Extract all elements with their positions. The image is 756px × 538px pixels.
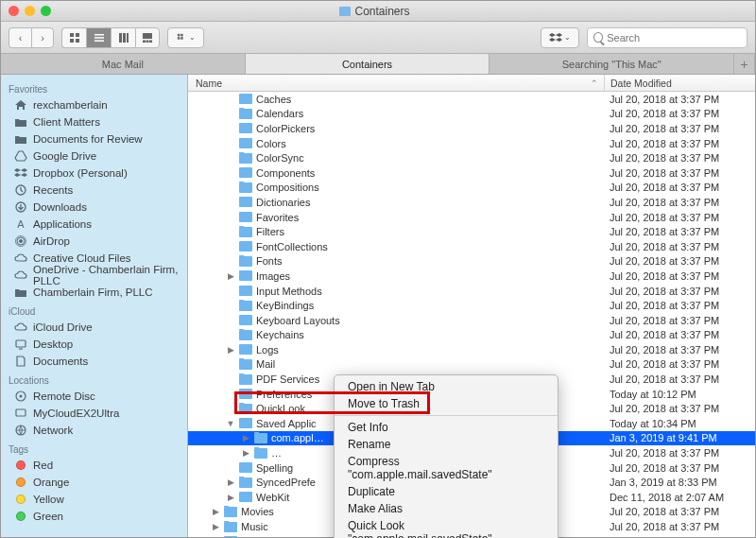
- file-row[interactable]: KeychainsJul 20, 2018 at 3:37 PM: [188, 328, 755, 343]
- file-row[interactable]: Keyboard LayoutsJul 20, 2018 at 3:37 PM: [188, 313, 755, 328]
- desktop-icon: [14, 338, 27, 350]
- file-row[interactable]: MailJul 20, 2018 at 3:37 PM: [188, 357, 755, 373]
- sidebar[interactable]: FavoritesrexchamberlainClient MattersDoc…: [1, 75, 188, 537]
- file-row[interactable]: Input MethodsJul 20, 2018 at 3:37 PM: [188, 284, 755, 299]
- sidebar-item[interactable]: Documents: [1, 353, 187, 370]
- sidebar-item-label: Desktop: [33, 338, 73, 350]
- minimize-window-button[interactable]: [25, 6, 35, 16]
- file-row[interactable]: ColorsJul 20, 2018 at 3:37 PM: [188, 136, 755, 151]
- file-row[interactable]: ▶LogsJul 20, 2018 at 3:37 PM: [188, 342, 755, 357]
- sidebar-item[interactable]: MyCloudEX2Ultra: [1, 405, 187, 422]
- disclosure-triangle[interactable]: ▶: [211, 507, 220, 516]
- sidebar-item[interactable]: Yellow: [1, 491, 187, 508]
- tab-searching[interactable]: Searching "This Mac": [490, 54, 734, 74]
- sidebar-item[interactable]: Orange: [1, 474, 187, 491]
- search-icon: [593, 32, 603, 43]
- file-row[interactable]: KeyBindingsJul 20, 2018 at 3:37 PM: [188, 298, 755, 313]
- folder-icon: [239, 286, 252, 296]
- file-date: Jul 20, 2018 at 3:37 PM: [604, 344, 755, 356]
- file-row[interactable]: FontCollectionsJul 20, 2018 at 3:37 PM: [188, 239, 755, 254]
- file-row[interactable]: ▶ImagesJul 20, 2018 at 3:37 PM: [188, 269, 755, 284]
- sidebar-item[interactable]: Green: [1, 508, 187, 525]
- folder-icon: [239, 212, 252, 222]
- folder-icon: [254, 433, 267, 443]
- sidebar-item[interactable]: AApplications: [1, 216, 187, 233]
- context-menu-item[interactable]: Move to Trash: [335, 395, 558, 412]
- search-input[interactable]: [607, 32, 741, 43]
- disclosure-triangle[interactable]: ▶: [226, 345, 235, 355]
- dropbox-button[interactable]: ⌄: [541, 27, 579, 48]
- file-row[interactable]: ComponentsJul 20, 2018 at 3:37 PM: [188, 165, 755, 181]
- disclosure-triangle[interactable]: ▶: [226, 477, 235, 487]
- menu-item-label: Rename: [348, 438, 390, 451]
- disclosure-triangle[interactable]: ▶: [241, 448, 250, 458]
- file-row[interactable]: CalendarsJul 20, 2018 at 3:37 PM: [188, 107, 755, 122]
- close-window-button[interactable]: [9, 6, 19, 16]
- file-name: Keyboard Layouts: [256, 315, 340, 326]
- disclosure-triangle[interactable]: ▼: [226, 419, 235, 428]
- back-button[interactable]: ‹: [9, 27, 31, 48]
- disclosure-triangle[interactable]: ▶: [211, 522, 220, 531]
- new-tab-button[interactable]: +: [734, 54, 755, 74]
- sidebar-item[interactable]: Recents: [1, 182, 187, 199]
- sidebar-item[interactable]: Remote Disc: [1, 388, 187, 405]
- context-menu-item[interactable]: Open in New Tab: [335, 378, 558, 395]
- file-date: Jul 20, 2018 at 3:37 PM: [604, 212, 755, 223]
- disclosure-triangle[interactable]: ▶: [241, 433, 250, 443]
- svg-rect-16: [178, 37, 180, 40]
- list-view-button[interactable]: [86, 27, 111, 48]
- folder-icon: [224, 536, 237, 537]
- context-menu-item[interactable]: Make Alias: [335, 500, 558, 517]
- column-view-button[interactable]: [111, 27, 135, 48]
- context-menu[interactable]: Open in New TabMove to TrashGet InfoRena…: [334, 374, 558, 538]
- folder-icon: [239, 330, 252, 340]
- sidebar-item[interactable]: Client Matters: [1, 113, 187, 130]
- tab-containers[interactable]: Containers: [246, 54, 490, 74]
- sidebar-item[interactable]: Desktop: [1, 336, 187, 353]
- svg-rect-17: [180, 37, 183, 40]
- gallery-view-button[interactable]: [135, 27, 160, 48]
- date-column-header[interactable]: Date Modified: [604, 75, 755, 91]
- svg-text:A: A: [17, 218, 25, 230]
- context-menu-item[interactable]: Quick Look "com.apple.mail.savedState": [335, 517, 558, 538]
- folder-icon: [239, 492, 252, 502]
- search-field[interactable]: [587, 27, 747, 48]
- menu-item-label: Open in New Tab: [348, 380, 435, 393]
- disc-icon: [14, 390, 27, 402]
- sidebar-item[interactable]: Red: [1, 457, 187, 474]
- file-row[interactable]: CompositionsJul 20, 2018 at 3:37 PM: [188, 181, 755, 196]
- file-row[interactable]: FontsJul 20, 2018 at 3:37 PM: [188, 254, 755, 269]
- sidebar-item[interactable]: AirDrop: [1, 233, 187, 250]
- file-row[interactable]: DictionariesJul 20, 2018 at 3:37 PM: [188, 195, 755, 210]
- context-menu-item[interactable]: Get Info: [335, 419, 558, 436]
- sidebar-item[interactable]: Network: [1, 422, 187, 439]
- sidebar-item-label: Client Matters: [33, 116, 100, 128]
- sidebar-item[interactable]: iCloud Drive: [1, 319, 187, 336]
- disclosure-triangle[interactable]: ▶: [226, 271, 235, 281]
- file-row[interactable]: ColorPickersJul 20, 2018 at 3:37 PM: [188, 121, 755, 136]
- context-menu-item[interactable]: Duplicate: [335, 483, 558, 500]
- sidebar-item[interactable]: Google Drive: [1, 148, 187, 165]
- file-row[interactable]: ColorSyncJul 20, 2018 at 3:37 PM: [188, 150, 755, 165]
- disclosure-triangle[interactable]: ▶: [226, 493, 235, 502]
- file-name: ColorSync: [256, 152, 304, 164]
- arrange-button[interactable]: ⌄: [167, 27, 204, 48]
- svg-rect-27: [16, 409, 26, 416]
- file-row[interactable]: CachesJul 20, 2018 at 3:37 PM: [188, 92, 755, 107]
- file-row[interactable]: FavoritesJul 20, 2018 at 3:37 PM: [188, 210, 755, 225]
- sidebar-item-label: Chamberlain Firm, PLLC: [33, 286, 153, 298]
- icon-view-button[interactable]: [61, 27, 86, 48]
- tab-mac-mail[interactable]: Mac Mail: [1, 54, 246, 74]
- sidebar-item[interactable]: Downloads: [1, 199, 187, 216]
- zoom-window-button[interactable]: [41, 6, 51, 16]
- context-menu-item[interactable]: Compress "com.apple.mail.savedState": [335, 453, 558, 483]
- name-column-header[interactable]: Name: [188, 75, 604, 91]
- context-menu-item[interactable]: Rename: [335, 436, 558, 453]
- file-row[interactable]: FiltersJul 20, 2018 at 3:37 PM: [188, 224, 755, 239]
- sidebar-item[interactable]: Documents for Review: [1, 130, 187, 148]
- sidebar-item[interactable]: Dropbox (Personal): [1, 165, 187, 182]
- forward-button[interactable]: ›: [31, 27, 54, 48]
- sidebar-item[interactable]: OneDrive - Chamberlain Firm, PLLC: [1, 267, 187, 284]
- documents-icon: [14, 356, 27, 367]
- sidebar-item[interactable]: rexchamberlain: [1, 96, 187, 113]
